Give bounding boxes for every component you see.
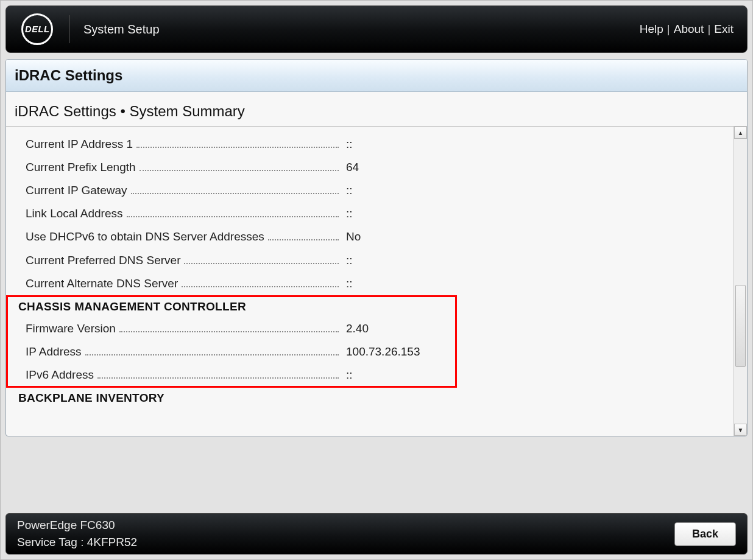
brand-logo-text: DELL [25,24,49,34]
content: Current IP Address 1::Current Prefix Len… [6,127,734,436]
back-button[interactable]: Back [674,522,736,546]
setting-value: No [342,231,361,242]
footer-info: PowerEdge FC630 Service Tag : 4KFPR52 [17,517,137,550]
setting-row-net-0: Current IP Address 1:: [26,138,726,150]
setting-label: Current IP Address 1 [26,138,135,150]
setting-value: 100.73.26.153 [342,346,420,357]
vertical-scrollbar[interactable]: ▲ ▼ [734,127,747,436]
scroll-up-button[interactable]: ▲ [734,127,747,139]
about-link[interactable]: About [674,23,704,36]
backplane-heading: BACKPLANE INVENTORY [18,391,726,405]
top-bar: DELL System Setup Help | About | Exit [5,5,748,53]
setting-label: Link Local Address [26,208,125,219]
setting-label: Current Alternate DNS Server [26,278,180,289]
dotted-leader [131,184,339,194]
setting-label: IP Address [26,346,84,357]
scroll-area: Current IP Address 1::Current Prefix Len… [6,127,747,436]
dotted-leader [85,345,339,355]
dotted-leader [182,277,339,287]
cmc-heading: CHASSIS MANAGEMENT CONTROLLER [18,300,726,313]
brand-logo: DELL [16,13,58,46]
breadcrumb: iDRAC Settings • System Summary [6,92,747,127]
dotted-leader [140,161,339,171]
setting-label: Firmware Version [26,323,118,334]
setting-row-net-1: Current Prefix Length64 [26,161,726,173]
setting-label: Current Prefix Length [26,161,138,173]
exit-link[interactable]: Exit [714,23,734,36]
setting-row-net-2: Current IP Gateway:: [26,184,726,196]
dotted-leader [136,138,339,148]
setting-value: :: [342,278,353,289]
setting-value: :: [342,254,353,266]
setting-row-cmc-2: IPv6 Address:: [26,368,726,380]
dotted-leader [97,368,339,379]
brand-logo-circle: DELL [21,13,53,45]
dotted-leader [184,253,339,264]
setting-row-cmc-1: IP Address100.73.26.153 [26,345,726,357]
dotted-leader [268,230,339,240]
setting-label: Use DHCPv6 to obtain DNS Server Addresse… [26,231,267,242]
service-tag-line: Service Tag : 4KFPR52 [17,534,137,551]
setting-value: :: [342,208,353,219]
setting-value: :: [342,138,353,150]
dotted-leader [127,207,339,217]
setting-row-net-3: Link Local Address:: [26,207,726,219]
setting-row-net-6: Current Alternate DNS Server:: [26,277,726,289]
dotted-leader [119,322,339,332]
setting-value: 64 [342,161,359,173]
setting-label: Current IP Gateway [26,184,130,196]
setting-row-net-4: Use DHCPv6 to obtain DNS Server Addresse… [26,230,726,242]
scroll-thumb[interactable] [735,285,746,367]
setting-value: :: [342,369,353,380]
header-link-sep: | [707,23,710,36]
service-tag-label: Service Tag : [17,536,83,548]
main-panel: iDRAC Settings iDRAC Settings • System S… [5,59,748,436]
scroll-down-button[interactable]: ▼ [734,424,747,436]
setting-row-cmc-0: Firmware Version2.40 [26,322,726,334]
service-tag-value: 4KFPR52 [87,536,137,548]
footer-bar: PowerEdge FC630 Service Tag : 4KFPR52 Ba… [5,513,748,555]
setting-value: 2.40 [342,323,369,334]
setting-value: :: [342,184,353,196]
setting-label: Current Preferred DNS Server [26,254,183,266]
header-links: Help | About | Exit [640,6,734,52]
setting-row-net-5: Current Preferred DNS Server:: [26,253,726,265]
app-title: System Setup [83,23,160,37]
header-link-sep: | [667,23,670,36]
header-divider [69,15,70,43]
setting-label: IPv6 Address [26,369,96,380]
help-link[interactable]: Help [640,23,663,36]
panel-title: iDRAC Settings [6,60,747,92]
model-name: PowerEdge FC630 [17,517,137,534]
